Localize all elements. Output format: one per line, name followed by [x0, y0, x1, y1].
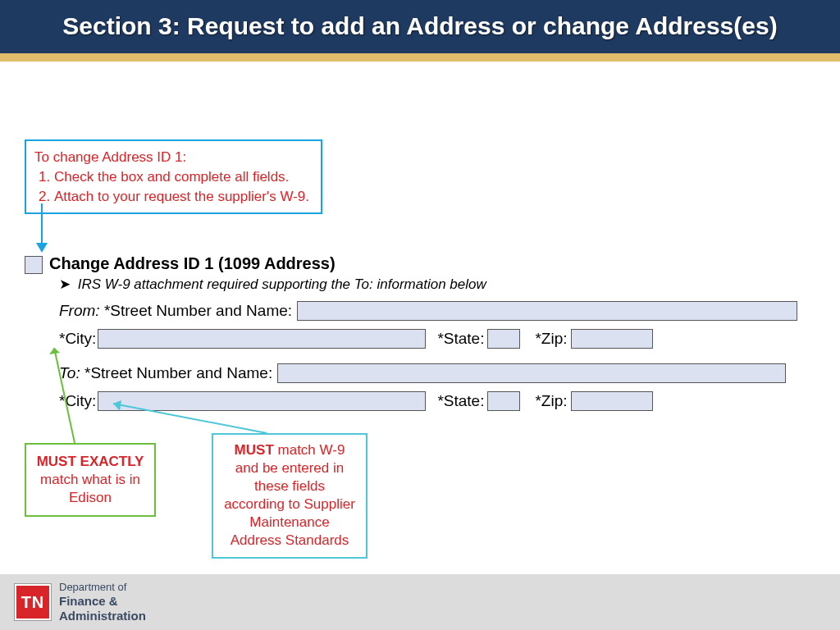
state-label: *State: [437, 392, 484, 410]
callout-instructions: To change Address ID 1: Check the box an… [25, 139, 322, 214]
street-label: *Street Number and Name: [104, 302, 292, 320]
callout-must-exactly: MUST EXACTLY match what is in Edison [25, 443, 156, 517]
from-city-input[interactable] [98, 329, 426, 349]
svg-marker-3 [113, 400, 121, 411]
change-address-form: Change Address ID 1 (1099 Address) ➤ IRS… [25, 254, 815, 411]
department-name: Department of Finance & Administration [59, 581, 146, 623]
from-state-input[interactable] [487, 329, 520, 349]
tn-logo: TN [15, 584, 51, 620]
from-label: From: [59, 302, 100, 320]
callout-must-match-w9: MUST match W-9 and be entered in these f… [212, 433, 368, 559]
callout-item: Attach to your request the supplier's W-… [54, 187, 309, 207]
callout-item: Check the box and complete all fields. [54, 167, 309, 187]
arrow-green-icon [52, 343, 84, 443]
from-street-input[interactable] [297, 301, 797, 321]
form-section-title: Change Address ID 1 (1099 Address) [49, 254, 336, 273]
to-state-input[interactable] [487, 391, 520, 411]
zip-label: *Zip: [535, 392, 567, 410]
page-title: Section 3: Request to add an Address or … [0, 0, 840, 53]
to-zip-input[interactable] [571, 391, 653, 411]
to-street-input[interactable] [277, 363, 786, 383]
bullet-arrow-icon: ➤ [59, 276, 71, 292]
state-label: *State: [437, 330, 484, 348]
street-label: *Street Number and Name: [84, 364, 272, 382]
zip-label: *Zip: [535, 330, 567, 348]
arrow-down-icon [41, 203, 43, 251]
callout-intro: To change Address ID 1: [34, 148, 309, 167]
footer: TN Department of Finance & Administratio… [0, 574, 840, 630]
from-zip-input[interactable] [571, 329, 653, 349]
svg-line-0 [54, 348, 75, 443]
change-address-checkbox[interactable] [25, 256, 43, 274]
svg-line-2 [113, 404, 267, 433]
form-requirement-note: ➤ IRS W-9 attachment required supporting… [59, 276, 815, 293]
accent-strip [0, 53, 840, 62]
arrow-cyan-icon [107, 400, 271, 435]
